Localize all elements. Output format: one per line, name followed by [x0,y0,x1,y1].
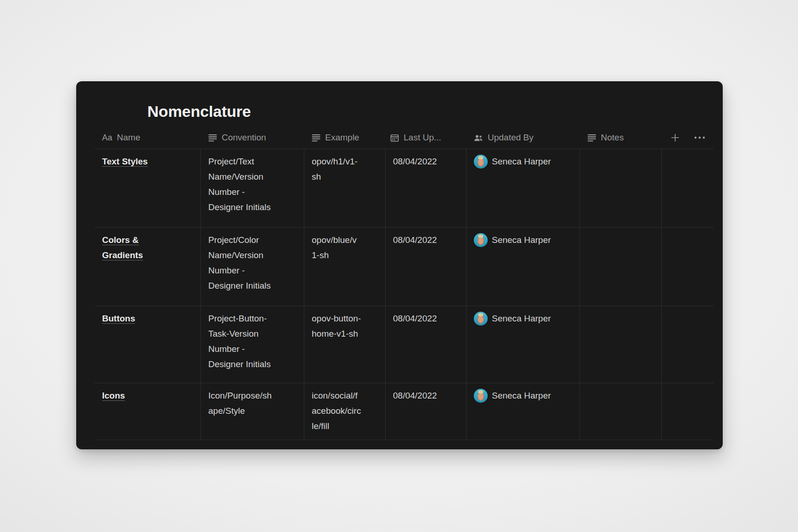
cell-updated-by[interactable]: Seneca Harper [466,306,580,383]
cell-last-updated[interactable]: 08/04/2022 [386,383,466,440]
text-title-icon: Aa [102,133,112,143]
cell-convention[interactable]: Project-Button-Task-Version Number - Des… [201,306,304,383]
cell-notes[interactable] [580,149,662,227]
cell-example[interactable]: opov/h1/v1-sh [304,149,386,227]
cell-blank [662,228,713,306]
table-row: IconsIcon/Purpose/shape/Styleicon/social… [95,383,713,440]
cell-updated-by[interactable]: Seneca Harper [466,383,580,440]
column-header-label: Name [117,133,140,143]
avatar [474,312,488,326]
add-property-button[interactable] [670,133,680,143]
cell-updated-by[interactable]: Seneca Harper [466,228,580,306]
cell-blank [662,306,713,383]
column-header-label: Example [325,133,359,143]
page-link[interactable]: Icons [102,388,125,403]
avatar [474,155,488,169]
text-lines-icon [312,133,320,142]
page-link[interactable]: Colors & Gradients [102,232,176,263]
cell-blank [662,149,713,227]
column-header-updated-by[interactable]: Updated By [466,133,580,143]
cell-convention[interactable]: Project/Text Name/Version Number - Desig… [201,149,304,227]
page-title: Nomenclature [147,102,723,121]
column-header-notes[interactable]: Notes [580,133,662,143]
cell-example[interactable]: opov/blue/v1-sh [304,228,386,306]
cell-notes[interactable] [580,383,662,440]
column-header-label: Last Up... [404,133,441,143]
cell-example[interactable]: icon/social/facebook/circle/fill [304,383,386,440]
cell-updated-by[interactable]: Seneca Harper [466,149,580,227]
table-header-row: Aa Name Convention Example Last Up... [95,128,713,149]
new-row-button[interactable]: + [95,440,713,449]
avatar [474,233,488,247]
text-lines-icon [587,133,596,142]
column-header-label: Convention [222,133,266,143]
database-card: Nomenclature Aa Name Convention Example [76,81,723,449]
cell-notes[interactable] [580,306,662,383]
database-table: Aa Name Convention Example Last Up... [95,128,713,449]
text-lines-icon [208,133,217,142]
cell-convention[interactable]: Project/Color Name/Version Number - Desi… [201,228,304,306]
column-header-example[interactable]: Example [304,133,386,143]
table-row: ButtonsProject-Button-Task-Version Numbe… [95,306,713,383]
column-header-name[interactable]: Aa Name [95,133,201,143]
page-link[interactable]: Buttons [102,311,135,326]
plus-icon: + [103,447,108,449]
table-row: Colors & GradientsProject/Color Name/Ver… [95,227,713,306]
header-actions [662,133,713,143]
cell-last-updated[interactable]: 08/04/2022 [386,306,466,383]
cell-example[interactable]: opov-button-home-v1-sh [304,306,386,383]
cell-name[interactable]: Buttons [95,306,201,383]
more-options-button[interactable] [694,136,705,139]
table-row: Text StylesProject/Text Name/Version Num… [95,149,713,227]
cell-name[interactable]: Colors & Gradients [95,228,201,306]
cell-name[interactable]: Text Styles [95,149,201,227]
column-header-convention[interactable]: Convention [201,133,304,143]
people-icon [474,133,483,142]
cell-last-updated[interactable]: 08/04/2022 [386,149,466,227]
calendar-icon [390,133,399,142]
column-header-label: Updated By [488,133,533,143]
table-body: Text StylesProject/Text Name/Version Num… [95,149,713,440]
column-header-label: Notes [601,133,624,143]
avatar [474,389,488,403]
cell-convention[interactable]: Icon/Purpose/shape/Style [201,383,304,440]
cell-name[interactable]: Icons [95,383,201,440]
cell-last-updated[interactable]: 08/04/2022 [386,228,466,306]
page-link[interactable]: Text Styles [102,154,148,169]
cell-notes[interactable] [580,228,662,306]
cell-blank [662,383,713,440]
column-header-last-updated[interactable]: Last Up... [386,133,466,143]
